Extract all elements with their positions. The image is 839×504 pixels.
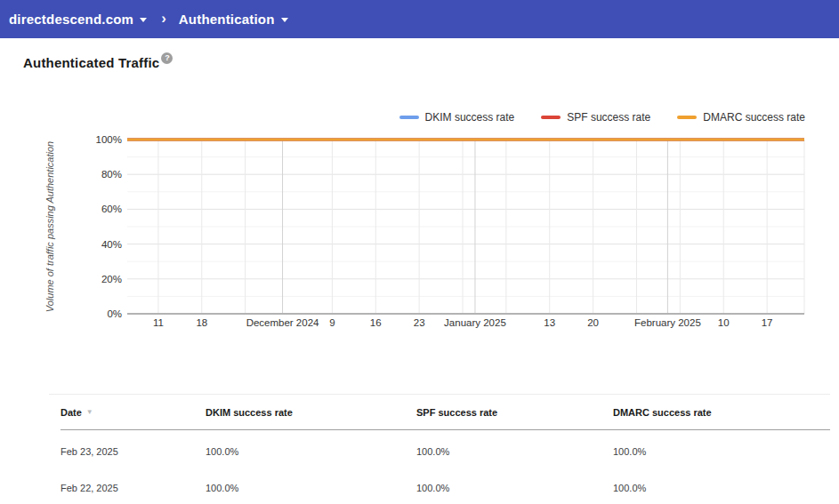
page-title: Authenticated Traffic (23, 55, 159, 70)
x-tick-label: December 2024 (246, 317, 319, 328)
table-cell: 100.0% (206, 446, 416, 457)
x-tick-label: 16 (370, 317, 382, 328)
y-axis-title: Volume of traffic passing Authentication (44, 141, 55, 312)
x-tick-label: 18 (196, 317, 207, 328)
domain-dropdown[interactable]: directdescend.com (9, 12, 147, 27)
table-row: Feb 22, 2025100.0%100.0%100.0% (61, 469, 830, 504)
x-tick-label: January 2025 (444, 317, 506, 328)
table-cell: Feb 22, 2025 (61, 483, 206, 493)
table-header-row: Date▼DKIM success rateSPF success rateDM… (61, 395, 830, 430)
table-cell: 100.0% (416, 446, 613, 457)
column-header-label: SPF success rate (416, 407, 497, 418)
column-header-label: DKIM success rate (206, 407, 293, 418)
authenticated-traffic-chart: 0%20%40%60%80%100%1118December 202491623… (0, 89, 839, 347)
x-tick-label: February 2025 (634, 317, 701, 328)
x-tick-label: 9 (329, 317, 335, 328)
y-tick-label: 80% (101, 169, 122, 180)
table-cell: 100.0% (416, 483, 613, 493)
x-tick-label: 11 (153, 317, 164, 328)
y-tick-label: 60% (101, 204, 122, 214)
column-header-label: DMARC success rate (613, 407, 712, 418)
table-body: Feb 23, 2025100.0%100.0%100.0%Feb 22, 20… (61, 433, 830, 504)
table-cell: 100.0% (613, 446, 830, 457)
column-header-label: Date (61, 407, 82, 418)
column-header-dmarc-success-rate[interactable]: DMARC success rate (613, 407, 830, 418)
breadcrumb-separator-icon: › (161, 10, 166, 28)
table-cell: 100.0% (206, 483, 416, 493)
page-title-row: Authenticated Traffic ? (23, 55, 173, 70)
x-tick-label: 10 (718, 317, 730, 328)
y-tick-label: 20% (101, 274, 122, 284)
x-tick-label: 20 (587, 317, 599, 328)
postmaster-authentication-page: directdescend.com › Authentication Authe… (0, 0, 839, 504)
column-header-date[interactable]: Date▼ (61, 407, 206, 418)
table-cell: Feb 23, 2025 (61, 446, 206, 457)
authentication-data-table: Date▼DKIM success rateSPF success rateDM… (49, 394, 830, 504)
section-dropdown-label: Authentication (179, 12, 275, 27)
table-cell: 100.0% (613, 483, 830, 493)
section-dropdown[interactable]: Authentication (179, 12, 288, 27)
top-navigation-bar: directdescend.com › Authentication (0, 0, 839, 38)
chevron-down-icon (281, 18, 288, 22)
column-header-dkim-success-rate[interactable]: DKIM success rate (206, 407, 416, 418)
y-tick-label: 40% (101, 239, 122, 250)
table-row: Feb 23, 2025100.0%100.0%100.0% (61, 433, 830, 469)
column-header-spf-success-rate[interactable]: SPF success rate (416, 407, 613, 418)
help-icon[interactable]: ? (161, 52, 173, 64)
chevron-down-icon (140, 18, 147, 22)
y-tick-label: 0% (107, 308, 122, 319)
domain-dropdown-label: directdescend.com (9, 12, 133, 27)
x-tick-label: 13 (544, 317, 555, 328)
y-tick-label: 100% (96, 134, 122, 145)
x-tick-label: 23 (414, 317, 425, 328)
sort-descending-icon: ▼ (86, 408, 93, 416)
x-tick-label: 17 (762, 317, 773, 328)
